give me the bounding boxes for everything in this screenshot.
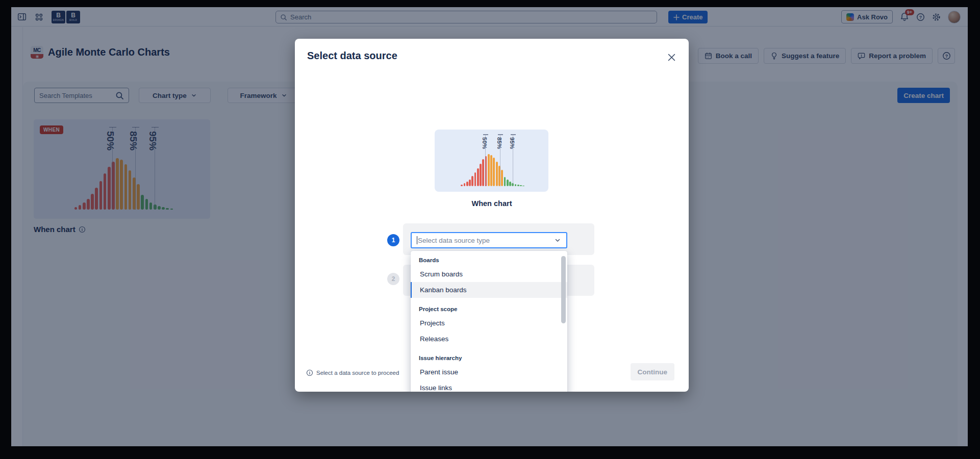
modal-hint-text: Select a data source to proceed — [316, 370, 399, 376]
histogram-bar — [480, 164, 482, 186]
dropdown-group-header: Project scope — [411, 304, 567, 315]
histogram-bar — [490, 155, 492, 187]
histogram-bar — [471, 176, 473, 186]
dropdown-group-header: Issue hierarchy — [411, 353, 567, 364]
histogram-bar — [488, 154, 490, 186]
histogram-bar — [501, 170, 503, 186]
percentile-marker-label: 85% — [496, 137, 502, 149]
histogram-bar — [504, 177, 506, 186]
when-chart-histogram-small: 50%85%95% — [435, 130, 548, 192]
text-cursor — [417, 236, 417, 244]
dropdown-option[interactable]: Kanban boards — [411, 282, 567, 298]
close-icon[interactable] — [665, 51, 677, 63]
dropdown-option[interactable]: Issue links — [411, 380, 567, 392]
app-window: B Broken B Build Create — [11, 7, 968, 446]
dropdown-option[interactable]: Scrum boards — [411, 266, 567, 282]
histogram-bar — [517, 185, 519, 186]
step-2-indicator: 2 — [387, 273, 399, 285]
when-chart-thumbnail: 50%85%95% — [435, 130, 548, 192]
histogram-bar — [464, 183, 466, 186]
modal-title: Select data source — [307, 50, 397, 62]
dropdown-option[interactable]: Releases — [411, 331, 567, 347]
select-placeholder: Select data source type — [418, 237, 554, 244]
dropdown-scrollbar[interactable] — [561, 256, 566, 323]
histogram-bar — [509, 182, 511, 186]
histogram-bar — [469, 180, 471, 186]
data-source-type-select[interactable]: Select data source type — [411, 232, 567, 248]
thumbnail-label: When chart — [295, 199, 689, 208]
histogram-bar — [477, 168, 479, 187]
dropdown-option[interactable]: Parent issue — [411, 364, 567, 380]
histogram-bar — [507, 180, 509, 186]
continue-button[interactable]: Continue — [631, 363, 675, 380]
percentile-marker-label: 95% — [509, 137, 515, 149]
histogram-bar — [520, 185, 522, 186]
histogram-bar — [522, 186, 524, 186]
histogram-bar — [482, 159, 484, 186]
histogram-bar — [493, 158, 495, 186]
info-icon — [306, 369, 313, 376]
data-source-dropdown: BoardsScrum boardsKanban boardsProject s… — [411, 251, 567, 392]
chevron-down-icon[interactable] — [554, 237, 561, 244]
percentile-marker-label: 50% — [482, 137, 488, 149]
dropdown-group-header: Boards — [411, 255, 567, 266]
histogram-bar — [496, 162, 498, 186]
step-1-indicator: 1 — [387, 234, 399, 246]
histogram-bar — [461, 185, 463, 186]
dropdown-option[interactable]: Projects — [411, 315, 567, 331]
select-data-source-modal: Select data source 50%85%95% When chart … — [295, 39, 689, 392]
histogram-bar — [474, 172, 476, 186]
histogram-bar — [515, 184, 517, 186]
histogram-bar — [466, 182, 468, 186]
